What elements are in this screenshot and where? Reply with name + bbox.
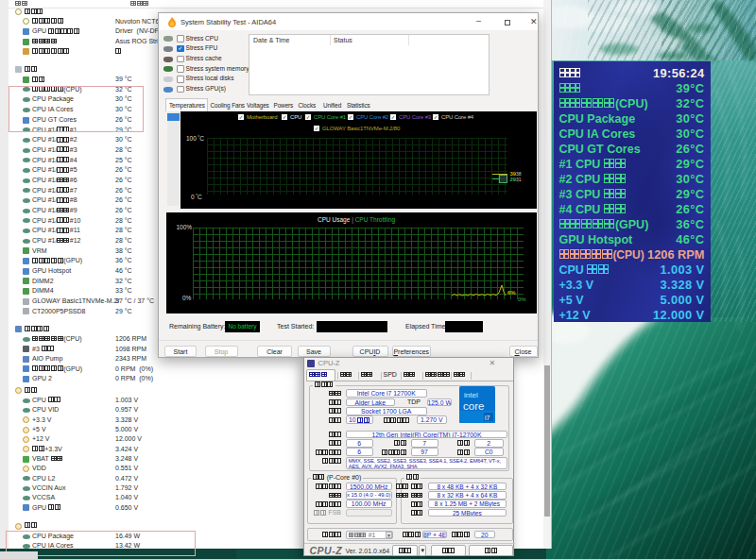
svg-text:intel: intel — [464, 391, 478, 399]
svg-text:core: core — [463, 400, 484, 412]
svg-text:i7: i7 — [485, 415, 490, 421]
